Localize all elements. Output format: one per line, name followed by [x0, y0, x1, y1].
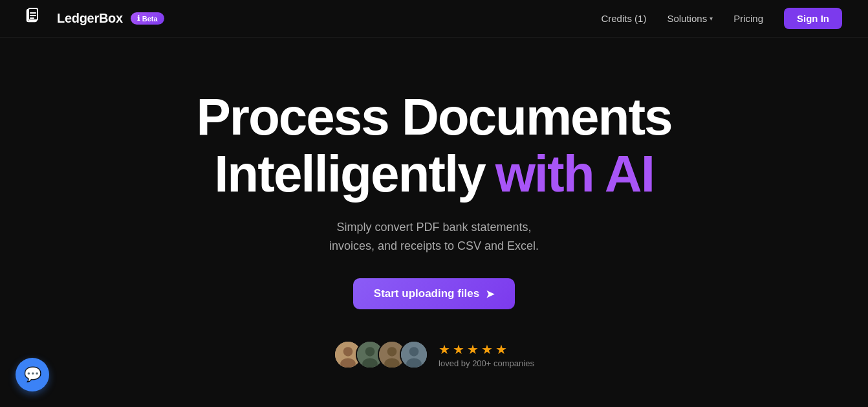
- svg-point-15: [409, 347, 419, 357]
- header-left: LedgerBox Beta: [26, 7, 164, 30]
- star-4: ★: [481, 342, 493, 357]
- sign-in-button[interactable]: Sign In: [784, 8, 842, 29]
- nav-pricing[interactable]: Pricing: [733, 13, 763, 24]
- hero-title-plain: Intelligently: [214, 146, 485, 203]
- star-2: ★: [453, 342, 464, 357]
- cta-label: Start uploading files: [374, 287, 479, 300]
- star-1: ★: [439, 342, 450, 357]
- cta-arrow-icon: ➤: [486, 288, 494, 300]
- nav-credits[interactable]: Credits (1): [601, 13, 646, 24]
- hero-title-line1: Process Documents: [196, 89, 671, 146]
- svg-point-9: [365, 347, 375, 357]
- avatars-group: [334, 340, 428, 369]
- svg-point-6: [343, 347, 353, 357]
- header: LedgerBox Beta Credits (1) Solutions ▾ P…: [0, 0, 868, 38]
- hero-subtitle: Simply convert PDF bank statements, invo…: [329, 218, 539, 256]
- hero-title: Process Documents Intelligently with AI: [196, 89, 671, 203]
- chat-icon: 💬: [24, 366, 41, 383]
- hero-section: Process Documents Intelligently with AI …: [0, 38, 868, 407]
- social-proof: ★ ★ ★ ★ ★ loved by 200+ companies: [334, 340, 534, 369]
- loved-by-text: loved by 200+ companies: [439, 358, 534, 368]
- star-rating: ★ ★ ★ ★ ★: [439, 342, 534, 357]
- cta-upload-button[interactable]: Start uploading files ➤: [353, 278, 515, 309]
- star-5: ★: [495, 342, 507, 357]
- hero-title-line2: Intelligently with AI: [196, 146, 671, 203]
- chevron-down-icon: ▾: [710, 15, 713, 22]
- logo-text: LedgerBox: [57, 11, 123, 26]
- beta-badge: Beta: [131, 12, 164, 25]
- avatar: [400, 340, 428, 369]
- nav-solutions[interactable]: Solutions ▾: [667, 13, 713, 24]
- header-nav: Credits (1) Solutions ▾ Pricing Sign In: [601, 8, 842, 29]
- svg-point-12: [387, 347, 397, 357]
- hero-title-purple: with AI: [495, 146, 654, 203]
- social-info: ★ ★ ★ ★ ★ loved by 200+ companies: [439, 342, 534, 368]
- chat-bubble-button[interactable]: 💬: [16, 358, 49, 391]
- logo-icon: [26, 7, 49, 30]
- star-3: ★: [467, 342, 479, 357]
